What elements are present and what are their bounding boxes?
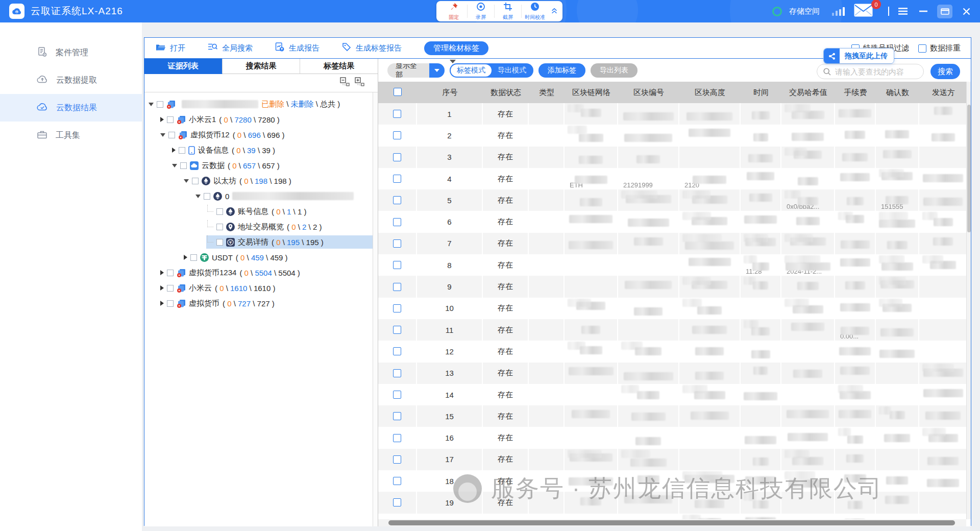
vertical-scrollbar[interactable]	[966, 82, 971, 519]
expand-all-icon[interactable]	[355, 77, 364, 89]
mail-button[interactable]: 0	[854, 4, 873, 19]
sidebar-item-cloud-result[interactable]: 云数据结果	[0, 94, 142, 122]
row-checkbox[interactable]	[393, 261, 401, 269]
tree-checkbox[interactable]	[167, 285, 174, 292]
row-checkbox[interactable]	[393, 412, 401, 420]
export-mode-option[interactable]: 导出模式	[492, 66, 532, 75]
horizontal-scrollbar[interactable]	[378, 519, 966, 526]
tree-checkbox[interactable]	[167, 270, 174, 276]
menu-button[interactable]	[896, 5, 910, 18]
table-row[interactable]: 2存在	[378, 125, 971, 146]
row-checkbox[interactable]	[393, 196, 401, 204]
tree-checkbox[interactable]	[190, 254, 197, 261]
clock-tool-button[interactable]: 时间校准	[522, 2, 548, 21]
tree-node[interactable]: 虚拟货币1234( 0 \ 5504 \ 5504 )	[144, 265, 373, 280]
row-checkbox[interactable]	[393, 391, 401, 399]
table-row[interactable]: 12存在	[378, 341, 971, 362]
minimize-button[interactable]	[917, 5, 930, 18]
row-checkbox[interactable]	[393, 153, 401, 161]
pin-tool-button[interactable]: 固定	[440, 2, 467, 21]
tree-node[interactable]: 地址交易概览( 0 \ 2 \ 2 )	[144, 219, 373, 234]
tree-expander-icon[interactable]	[195, 195, 201, 198]
mode-toggle[interactable]: 标签模式 导出模式	[450, 63, 533, 78]
global-search-button[interactable]: 全局搜索	[208, 43, 253, 53]
row-checkbox[interactable]	[393, 131, 401, 139]
tree-checkbox[interactable]	[216, 239, 223, 246]
row-checkbox[interactable]	[393, 369, 401, 377]
tree-expander-icon[interactable]	[184, 179, 189, 183]
table-row[interactable]: 16存在	[378, 427, 971, 448]
tree-node[interactable]: 账号信息( 0 \ 1 \ 1 )	[144, 204, 373, 219]
row-checkbox[interactable]	[393, 283, 401, 291]
open-button[interactable]: 打开	[156, 43, 185, 53]
tree-expander-icon[interactable]	[172, 148, 176, 153]
tree-node[interactable]: 虚拟货币12( 0 \ 696 \ 696 )	[144, 127, 373, 142]
tree-node[interactable]: USDT( 0 \ 459 \ 459 )	[144, 250, 373, 265]
sidebar-item-cloud-extract[interactable]: 云数据提取	[0, 66, 142, 94]
row-checkbox[interactable]	[393, 175, 401, 183]
select-all-checkbox[interactable]	[394, 88, 402, 96]
tree-node[interactable]: 0	[144, 188, 373, 204]
show-all-dropdown[interactable]: 显示全部	[387, 63, 445, 78]
add-tag-button[interactable]: 添加标签	[538, 63, 585, 78]
tree-checkbox[interactable]	[167, 300, 174, 307]
tree-expander-icon[interactable]	[160, 270, 164, 275]
table-row[interactable]: 13存在	[378, 363, 971, 384]
checkbox-icon[interactable]	[918, 44, 926, 53]
tree-node[interactable]: 虚拟货币( 0 \ 727 \ 727 )	[144, 296, 373, 311]
table-row[interactable]: 5存在0x0/bba2...151555	[378, 189, 971, 211]
tree-node[interactable]: 已删除 \ 未删除 \ 总共 )	[144, 96, 373, 112]
sidebar-item-case-manage[interactable]: 案件管理	[0, 39, 142, 66]
tree-checkbox[interactable]	[168, 132, 175, 138]
tree-checkbox[interactable]	[179, 147, 185, 154]
gen-report-button[interactable]: 生成报告	[275, 42, 320, 54]
table-row[interactable]: 3存在	[378, 147, 971, 168]
tag-mode-option[interactable]: 标签模式	[451, 64, 492, 77]
row-checkbox[interactable]	[393, 477, 401, 485]
tree-checkbox[interactable]	[180, 162, 187, 169]
filter-checkbox-1[interactable]: 数据排重	[918, 43, 961, 53]
table-row[interactable]: 10存在	[378, 298, 971, 319]
search-input[interactable]	[835, 67, 917, 76]
tree-expander-icon[interactable]	[160, 285, 164, 291]
table-row[interactable]: 19存在	[378, 492, 971, 513]
table-row[interactable]: 20存在	[378, 514, 971, 519]
table-row[interactable]: 7存在	[378, 233, 971, 254]
manage-evidence-tags-button[interactable]: 管理检材标签	[424, 41, 488, 55]
palette-collapse-icon[interactable]	[550, 6, 558, 16]
row-checkbox[interactable]	[393, 326, 401, 334]
tree-tab-2[interactable]: 标签结果	[300, 59, 378, 74]
table-row[interactable]: 14存在	[378, 384, 971, 405]
row-checkbox[interactable]	[393, 434, 401, 442]
row-checkbox[interactable]	[393, 455, 401, 464]
tree-expander-icon[interactable]	[160, 117, 164, 122]
storage-ring-icon[interactable]	[772, 7, 782, 16]
record-tool-button[interactable]: 录屏	[468, 2, 494, 21]
table-row[interactable]: 18存在	[378, 470, 971, 492]
row-checkbox[interactable]	[393, 218, 401, 226]
export-list-button[interactable]: 导出列表	[591, 63, 638, 78]
row-checkbox[interactable]	[393, 498, 401, 506]
header-sort-caret-icon[interactable]	[450, 60, 456, 63]
tree-tab-1[interactable]: 搜索结果	[223, 59, 301, 74]
screenshot-tool-button[interactable]: 截屏	[495, 2, 521, 21]
tree-node[interactable]: 云数据( 0 \ 657 \ 657 )	[144, 158, 373, 173]
table-row[interactable]: 8存在11:282024-11-2...	[378, 254, 971, 276]
close-button[interactable]	[960, 5, 973, 18]
table-row[interactable]: 11存在0.00...	[378, 319, 971, 341]
sidebar-item-toolset[interactable]: 工具集	[0, 122, 142, 149]
gen-tag-report-button[interactable]: 生成标签报告	[342, 42, 402, 54]
tree-expander-icon[interactable]	[184, 255, 187, 260]
row-checkbox[interactable]	[393, 239, 401, 248]
table-row[interactable]: 4存在ETH212919992120	[378, 168, 971, 189]
tree-checkbox[interactable]	[216, 224, 223, 230]
tree-node[interactable]: ¥交易详情( 0 \ 195 \ 195 )	[144, 234, 373, 250]
tree-tab-0[interactable]: 证据列表	[144, 59, 223, 74]
table-row[interactable]: 17存在	[378, 449, 971, 470]
row-checkbox[interactable]	[393, 304, 401, 312]
tree-expander-icon[interactable]	[172, 164, 177, 167]
tree-checkbox[interactable]	[157, 101, 163, 108]
tree-checkbox[interactable]	[167, 116, 174, 123]
tree-expander-icon[interactable]	[160, 301, 164, 306]
search-button[interactable]: 搜索	[930, 64, 960, 79]
